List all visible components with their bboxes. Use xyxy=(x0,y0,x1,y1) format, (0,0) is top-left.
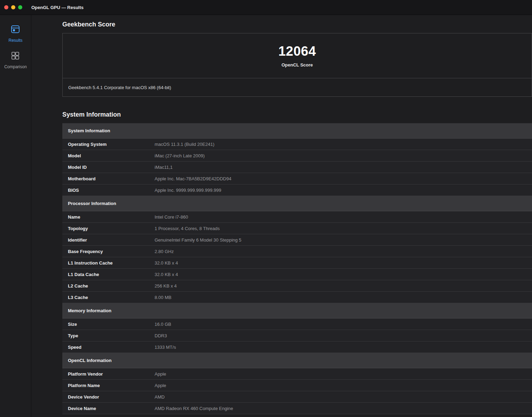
zoom-button[interactable] xyxy=(18,5,22,9)
table-row: BIOS Apple Inc. 9999.999.999.999.999 xyxy=(62,184,532,196)
row-value: 1 Processor, 4 Cores, 8 Threads xyxy=(155,226,220,231)
row-value: macOS 11.3.1 (Build 20E241) xyxy=(155,142,214,147)
row-value: iMac11,1 xyxy=(155,165,173,170)
opencl-score-value: 12064 xyxy=(278,44,316,59)
row-label: L3 Cache xyxy=(62,295,155,300)
version-row: Geekbench 5.4.1 Corporate for macOS x86 … xyxy=(63,78,532,96)
row-label: Model ID xyxy=(62,165,155,170)
row-label: Model xyxy=(62,153,155,158)
row-value: 16.0 GB xyxy=(155,322,171,327)
opencl-score-label: OpenCL Score xyxy=(281,62,313,68)
section-header-label: OpenCL Information xyxy=(68,358,111,363)
row-value: 1333 MT/s xyxy=(155,345,176,350)
section-header-label: Memory Information xyxy=(68,308,111,313)
row-label: Size xyxy=(62,322,155,327)
table-row: Identifier GenuineIntel Family 6 Model 3… xyxy=(62,234,532,246)
table-row: L1 Data Cache 32.0 KB x 4 xyxy=(62,269,532,280)
table-row: Size 16.0 GB xyxy=(62,318,532,330)
table-row: L1 Instruction Cache 32.0 KB x 4 xyxy=(62,257,532,269)
row-value: Apple Inc. Mac-7BA5B2D9E42DDD94 xyxy=(155,176,231,181)
row-label: Type xyxy=(62,333,155,338)
section-header-row: Processor Information xyxy=(62,196,532,211)
section-header-label: Processor Information xyxy=(68,201,116,206)
sidebar-item-comparison[interactable]: Comparison xyxy=(4,51,27,69)
row-label: Base Frequency xyxy=(62,249,155,254)
row-label: Platform Name xyxy=(62,383,155,388)
table-row: L2 Cache 256 KB x 4 xyxy=(62,280,532,292)
table-row: Type DDR3 xyxy=(62,330,532,341)
row-label: Device Vendor xyxy=(62,394,155,400)
row-value: 32.0 KB x 4 xyxy=(155,272,178,277)
sidebar-item-label: Comparison xyxy=(4,64,27,69)
row-label: Device Name xyxy=(62,406,155,411)
section-header-row: Memory Information xyxy=(62,303,532,318)
table-row: Model ID iMac11,1 xyxy=(62,162,532,173)
table-row: Topology 1 Processor, 4 Cores, 8 Threads xyxy=(62,223,532,234)
geekbench-score-heading: Geekbench Score xyxy=(62,21,532,28)
table-row: Base Frequency 2.80 GHz xyxy=(62,246,532,257)
titlebar: OpenGL GPU — Results xyxy=(0,0,532,15)
row-value: DDR3 xyxy=(155,333,167,338)
section-header-label: System Information xyxy=(68,128,110,133)
system-information-heading: System Information xyxy=(62,111,532,118)
sidebar-item-label: Results xyxy=(8,38,22,43)
row-label: Motherboard xyxy=(62,176,155,181)
traffic-lights xyxy=(4,5,22,9)
close-button[interactable] xyxy=(4,5,8,9)
section-header-row: System Information xyxy=(62,123,532,139)
minimize-button[interactable] xyxy=(11,5,15,9)
table-row: Name Intel Core i7-860 xyxy=(62,211,532,223)
comparison-chips-icon xyxy=(11,51,20,62)
row-label: L1 Instruction Cache xyxy=(62,260,155,266)
row-value: AMD Radeon RX 460 Compute Engine xyxy=(155,406,233,411)
row-label: BIOS xyxy=(62,188,155,193)
table-row: Platform Vendor Apple xyxy=(62,368,532,380)
row-value: 8.00 MB xyxy=(155,295,171,300)
system-info-table: System Information Operating System macO… xyxy=(62,123,532,414)
sidebar: Results Comparison xyxy=(0,15,31,417)
table-row: Motherboard Apple Inc. Mac-7BA5B2D9E42DD… xyxy=(62,173,532,184)
score-area: 12064 OpenCL Score xyxy=(63,33,532,78)
row-label: Platform Vendor xyxy=(62,371,155,377)
geekbench-version-text: Geekbench 5.4.1 Corporate for macOS x86 … xyxy=(68,85,171,90)
row-value: 2.80 GHz xyxy=(155,249,174,254)
row-label: Speed xyxy=(62,345,155,350)
row-value: GenuineIntel Family 6 Model 30 Stepping … xyxy=(155,237,241,243)
app-window: OpenGL GPU — Results Results xyxy=(0,0,532,417)
row-label: Operating System xyxy=(62,142,155,147)
table-row: Device Name AMD Radeon RX 460 Compute En… xyxy=(62,403,532,414)
row-label: Identifier xyxy=(62,237,155,243)
row-value: Apple Inc. 9999.999.999.999.999 xyxy=(155,188,221,193)
row-value: Apple xyxy=(155,371,166,377)
table-row: Platform Name Apple xyxy=(62,380,532,391)
table-row: L3 Cache 8.00 MB xyxy=(62,292,532,303)
section-header-row: OpenCL Information xyxy=(62,353,532,368)
table-row: Speed 1333 MT/s xyxy=(62,341,532,353)
score-box: 12064 OpenCL Score Geekbench 5.4.1 Corpo… xyxy=(62,33,532,97)
row-value: iMac (27-inch Late 2009) xyxy=(155,153,205,158)
sidebar-item-results[interactable]: Results xyxy=(8,25,22,43)
table-row: Model iMac (27-inch Late 2009) xyxy=(62,150,532,162)
results-window-icon xyxy=(11,25,20,35)
row-label: Name xyxy=(62,214,155,220)
window-title: OpenGL GPU — Results xyxy=(31,5,84,10)
row-label: L2 Cache xyxy=(62,283,155,289)
table-row: Device Vendor AMD xyxy=(62,391,532,403)
row-value: 256 KB x 4 xyxy=(155,283,177,289)
row-value: Apple xyxy=(155,383,166,388)
row-label: Topology xyxy=(62,226,155,231)
row-value: AMD xyxy=(155,394,165,400)
row-label: L1 Data Cache xyxy=(62,272,155,277)
row-value: 32.0 KB x 4 xyxy=(155,260,178,266)
table-row: Operating System macOS 11.3.1 (Build 20E… xyxy=(62,139,532,150)
main-content: Geekbench Score 12064 OpenCL Score Geekb… xyxy=(31,15,532,417)
window-body: Results Comparison Geekbench Score xyxy=(0,15,532,417)
row-value: Intel Core i7-860 xyxy=(155,214,188,220)
